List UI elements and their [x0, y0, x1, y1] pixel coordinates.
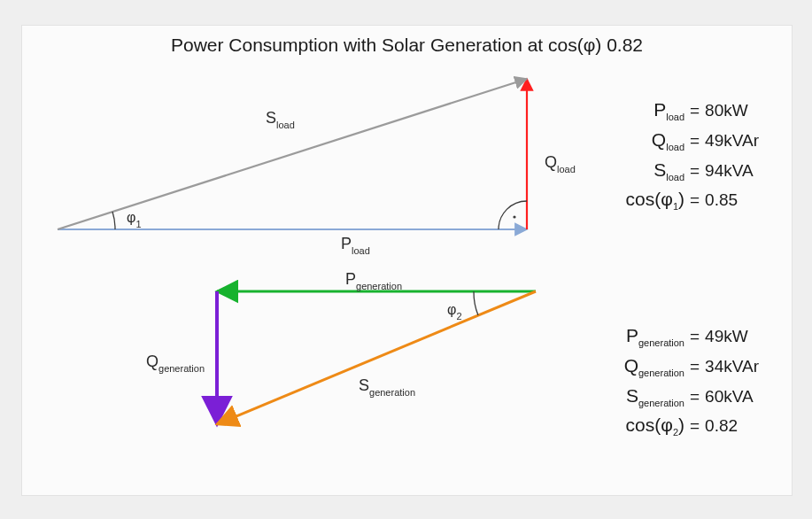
- p-generation-label: Pgeneration: [345, 270, 402, 291]
- p-load-label: Pload: [341, 235, 370, 256]
- cosphi1-value-row: cos(φ1) = 0.85: [603, 189, 776, 212]
- cosphi2-value-row: cos(φ2) = 0.82: [603, 414, 776, 438]
- s-load-label: Sload: [266, 109, 295, 130]
- p-generation-value-row: Pgeneration = 49kW: [603, 325, 776, 348]
- phi1-arc: [112, 212, 115, 229]
- q-generation-label: Qgeneration: [146, 352, 205, 374]
- right-angle-dot: [513, 215, 515, 218]
- p-load-value-row: Pload = 80kW: [603, 99, 776, 122]
- q-load-label: Qload: [545, 153, 576, 174]
- phi1-label: φ1: [127, 210, 142, 229]
- s-generation-vector: [217, 291, 536, 424]
- s-load-vector: [58, 79, 527, 229]
- s-generation-label: Sgeneration: [359, 376, 415, 398]
- load-values-block: Pload = 80kW Qload = 49kVAr Sload = 94kV…: [603, 92, 776, 219]
- right-angle-load: [499, 201, 527, 229]
- diagram-frame: Power Consumption with Solar Generation …: [21, 25, 793, 496]
- q-generation-value-row: Qgeneration = 34kVAr: [603, 355, 776, 378]
- q-load-value-row: Qload = 49kVAr: [603, 129, 776, 152]
- generation-values-block: Pgeneration = 49kW Qgeneration = 34kVAr …: [603, 318, 776, 445]
- s-generation-value-row: Sgeneration = 60kVA: [603, 385, 776, 408]
- phi2-arc: [474, 291, 478, 315]
- phi2-label: φ2: [447, 302, 462, 321]
- s-load-value-row: Sload = 94kVA: [603, 159, 776, 182]
